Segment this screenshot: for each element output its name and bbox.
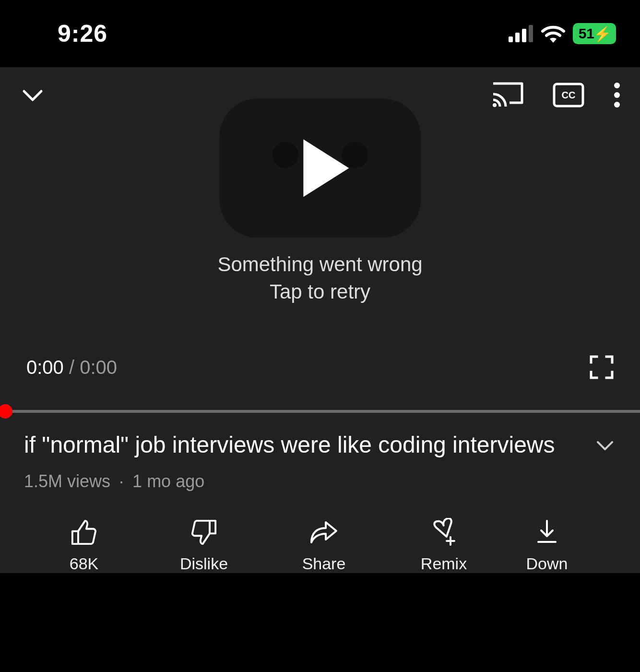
battery-indicator: 51 ⚡ (573, 23, 616, 44)
svg-rect-0 (509, 36, 513, 42)
download-label: Down (526, 554, 568, 573)
dislike-label: Dislike (180, 554, 228, 573)
status-bar: 9:26 51 ⚡ (0, 0, 640, 67)
error-message-line2: Tap to retry (217, 278, 422, 306)
expand-description-button[interactable] (594, 434, 616, 456)
svg-rect-1 (515, 33, 520, 42)
battery-percent: 51 (579, 25, 594, 42)
status-indicators: 51 ⚡ (509, 23, 616, 44)
action-bar: 68K Dislike Share (0, 496, 640, 573)
svg-text:CC: CC (562, 90, 576, 100)
fullscreen-button[interactable] (590, 355, 614, 379)
share-arrow-icon (308, 518, 339, 547)
playback-time: 0:00 / 0:00 (26, 357, 117, 378)
svg-rect-2 (522, 29, 526, 42)
retry-playback-button[interactable]: Something went wrong Tap to retry (217, 98, 422, 305)
charging-bolt-icon: ⚡ (593, 25, 611, 42)
share-label: Share (302, 554, 346, 573)
collapse-player-button[interactable] (19, 82, 46, 108)
remix-icon (430, 518, 457, 547)
video-stats: 1.5M views · 1 mo ago (24, 471, 616, 492)
play-icon (303, 139, 349, 197)
more-options-button[interactable] (613, 82, 621, 108)
svg-point-8 (614, 92, 620, 98)
captions-button[interactable]: CC (553, 83, 584, 108)
thumbs-down-icon (190, 518, 218, 547)
like-count: 68K (70, 554, 99, 573)
cast-button[interactable] (491, 82, 524, 108)
cellular-signal-icon (509, 25, 533, 42)
share-button[interactable]: Share (264, 518, 384, 573)
wifi-icon (540, 24, 566, 43)
thumbs-up-icon (70, 518, 98, 547)
video-title[interactable]: if "normal" job interviews were like cod… (24, 430, 580, 461)
download-icon (534, 518, 559, 547)
error-message-line1: Something went wrong (217, 251, 422, 278)
like-button[interactable]: 68K (24, 518, 144, 573)
current-time: 0:00 (26, 357, 64, 378)
svg-point-9 (614, 102, 620, 108)
remix-label: Remix (421, 554, 467, 573)
upload-age: 1 mo ago (132, 471, 204, 491)
duration: 0:00 (80, 357, 117, 378)
remix-button[interactable]: Remix (384, 518, 504, 573)
download-button[interactable]: Down (504, 518, 590, 573)
progress-bar[interactable] (0, 410, 640, 413)
status-time: 9:26 (58, 20, 107, 48)
view-count: 1.5M views (24, 471, 110, 491)
video-player[interactable]: CC Something went wrong Tap to retry (0, 67, 640, 413)
dislike-button[interactable]: Dislike (144, 518, 264, 573)
youtube-error-icon (219, 98, 421, 238)
svg-point-4 (493, 103, 497, 107)
svg-point-7 (614, 83, 620, 88)
svg-rect-3 (529, 25, 533, 42)
